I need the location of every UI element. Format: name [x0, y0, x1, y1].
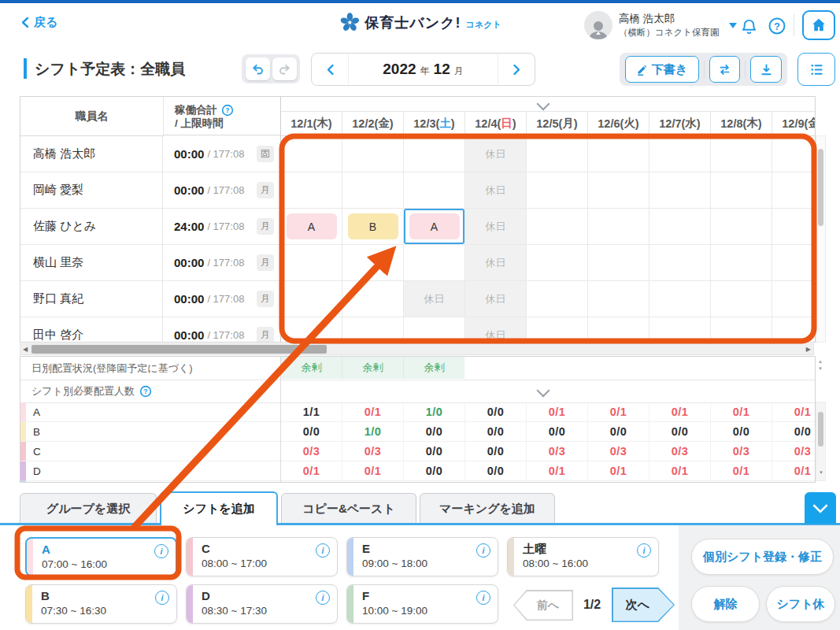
scroll-left-arrow-icon[interactable]: ◀ — [23, 345, 28, 354]
tab-add-marking[interactable]: マーキングを追加 — [420, 493, 555, 524]
swap-shifts-button[interactable] — [709, 56, 741, 83]
question-icon[interactable]: ? — [221, 104, 234, 117]
schedule-cell[interactable] — [280, 281, 342, 317]
shift-card[interactable]: A07:00 ~ 16:00i — [25, 537, 177, 576]
horizontal-scrollbar[interactable]: ◀ ▶ — [20, 343, 814, 355]
holiday-cell[interactable]: 休日 — [464, 245, 526, 280]
notifications-button[interactable] — [738, 16, 759, 36]
shift-card[interactable]: F10:00 ~ 19:00i — [346, 584, 498, 624]
home-button[interactable] — [802, 10, 835, 40]
schedule-cell-selected[interactable]: A — [403, 209, 464, 244]
schedule-cell[interactable] — [710, 136, 772, 172]
schedule-cell[interactable] — [710, 209, 772, 244]
collapse-panel-button[interactable] — [805, 492, 836, 524]
info-icon[interactable]: i — [316, 543, 330, 558]
schedule-cell[interactable] — [403, 245, 464, 280]
schedule-cell[interactable] — [403, 136, 464, 172]
schedule-cell[interactable] — [772, 281, 816, 317]
holiday-cell[interactable]: 休日 — [464, 136, 526, 172]
tab-select-group[interactable]: グループを選択 — [20, 493, 157, 524]
spinner-down-icon[interactable]: ▼ — [818, 366, 823, 371]
schedule-cell[interactable] — [649, 172, 710, 208]
schedule-cell[interactable] — [280, 317, 342, 343]
schedule-cell[interactable] — [772, 136, 816, 172]
schedule-cell[interactable] — [526, 136, 587, 172]
info-icon[interactable]: i — [476, 543, 490, 558]
shift-card[interactable]: C08:00 ~ 17:00i — [186, 537, 338, 576]
vertical-scrollbar[interactable] — [816, 135, 826, 343]
schedule-cell[interactable] — [710, 281, 772, 317]
shift-card[interactable]: E09:00 ~ 18:00i — [346, 537, 498, 576]
schedule-cell[interactable] — [587, 136, 649, 172]
previous-month-button[interactable] — [312, 54, 349, 85]
schedule-cell[interactable] — [587, 245, 649, 280]
schedule-cell[interactable] — [587, 281, 649, 317]
schedule-cell[interactable] — [587, 172, 649, 208]
holiday-cell[interactable]: 休日 — [464, 281, 526, 317]
schedule-cell[interactable] — [280, 172, 342, 208]
scrollbar-thumb[interactable] — [818, 412, 823, 447]
schedule-cell[interactable] — [587, 317, 649, 343]
scrollbar-thumb[interactable] — [31, 345, 327, 354]
schedule-cell[interactable] — [526, 245, 587, 280]
scroll-down-arrow-icon[interactable]: ▼ — [819, 470, 823, 475]
schedule-cell[interactable] — [403, 172, 464, 208]
undo-button[interactable] — [246, 57, 270, 80]
schedule-cell[interactable] — [342, 172, 403, 208]
pager-next-button[interactable]: 次へ — [612, 587, 675, 622]
schedule-cell[interactable] — [342, 245, 403, 280]
redo-button[interactable] — [272, 57, 297, 80]
list-view-button[interactable] — [797, 53, 835, 86]
holiday-cell[interactable]: 休日 — [403, 281, 464, 317]
info-icon[interactable]: i — [316, 591, 330, 605]
schedule-cell[interactable] — [710, 317, 772, 343]
help-button[interactable]: ? — [767, 16, 787, 36]
scrollbar-thumb[interactable] — [818, 149, 823, 226]
schedule-cell[interactable] — [403, 317, 464, 343]
schedule-cell[interactable] — [526, 281, 587, 317]
schedule-cell[interactable] — [342, 136, 403, 172]
holiday-cell[interactable]: 休日 — [464, 172, 526, 208]
schedule-cell[interactable] — [526, 209, 587, 244]
schedule-cell[interactable] — [649, 209, 710, 244]
tab-copy-paste[interactable]: コピー&ペースト — [281, 493, 416, 524]
schedule-cell[interactable] — [526, 317, 587, 343]
pager-previous-button[interactable]: 前へ — [513, 590, 573, 621]
scroll-right-arrow-icon[interactable]: ▶ — [806, 345, 811, 354]
schedule-cell[interactable] — [280, 136, 342, 172]
schedule-cell[interactable] — [649, 245, 710, 280]
info-icon[interactable]: i — [155, 591, 169, 605]
holiday-cell[interactable]: 休日 — [464, 209, 526, 244]
schedule-cell[interactable] — [710, 172, 772, 208]
download-button[interactable] — [750, 56, 782, 83]
next-month-button[interactable] — [498, 54, 535, 85]
schedule-cell[interactable] — [587, 209, 649, 244]
schedule-cell[interactable] — [649, 317, 710, 343]
schedule-cell[interactable] — [649, 136, 710, 172]
release-button[interactable]: 解除 — [691, 586, 760, 622]
individual-shift-register-button[interactable]: 個別シフト登録・修正 — [691, 539, 834, 575]
question-icon[interactable]: ? — [139, 385, 152, 398]
draft-button[interactable]: 下書き — [625, 56, 699, 83]
info-icon[interactable]: i — [637, 543, 651, 558]
vertical-scrollbar[interactable]: ▼ — [816, 402, 826, 481]
shift-card[interactable]: B07:30 ~ 16:30i — [25, 584, 177, 624]
shift-card[interactable]: D08:30 ~ 17:30i — [186, 584, 338, 624]
spinner-up-icon[interactable]: ▲ — [818, 359, 823, 364]
holiday-cell[interactable]: 休日 — [464, 317, 526, 343]
schedule-cell[interactable]: B — [342, 209, 403, 244]
info-icon[interactable]: i — [154, 544, 168, 558]
schedule-cell[interactable] — [772, 209, 816, 244]
schedule-cell[interactable] — [772, 172, 816, 208]
schedule-cell[interactable] — [772, 245, 816, 280]
schedule-cell[interactable] — [526, 172, 587, 208]
info-icon[interactable]: i — [476, 591, 490, 605]
schedule-cell[interactable] — [710, 245, 772, 280]
schedule-cell[interactable] — [280, 245, 342, 280]
back-button[interactable]: 戻る — [20, 15, 57, 30]
shift-rest-button[interactable]: シフト休 — [766, 586, 835, 622]
schedule-cell[interactable] — [342, 317, 403, 343]
schedule-cell[interactable] — [772, 317, 816, 343]
tab-add-shift[interactable]: シフトを追加 — [160, 491, 278, 525]
collapse-rows-chevron-icon[interactable] — [537, 384, 550, 398]
